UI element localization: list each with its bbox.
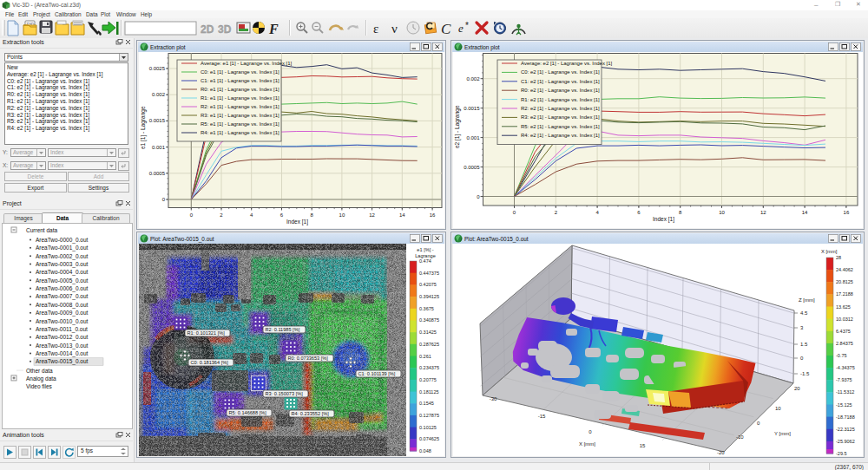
- svg-text:R4: e1 [1] - Lagrange vs. Inde: R4: e1 [1] - Lagrange vs. Index [1]: [201, 130, 279, 135]
- svg-text:R4: e2 [1] - Lagrange vs. Inde: R4: e2 [1] - Lagrange vs. Index [1]: [521, 133, 600, 138]
- svg-text:C0: e1 [1] - Lagrange vs. Inde: C0: e1 [1] - Lagrange vs. Index [1]: [201, 69, 279, 75]
- svg-text:AreaTwo-0015_0.out: AreaTwo-0015_0.out: [36, 358, 89, 365]
- svg-text:0.0015: 0.0015: [464, 106, 480, 111]
- svg-text:0.002: 0.002: [152, 92, 166, 97]
- svg-text:10.0312: 10.0312: [836, 317, 853, 322]
- svg-text:ν: ν: [391, 22, 398, 36]
- svg-text:16: 16: [430, 212, 436, 218]
- svg-text:0.074625: 0.074625: [419, 436, 439, 441]
- svg-text:0.181125: 0.181125: [419, 389, 439, 395]
- svg-text:AreaTwo-0006_0.out: AreaTwo-0006_0.out: [36, 285, 89, 292]
- svg-text:0.340875: 0.340875: [419, 317, 439, 323]
- svg-text:12: 12: [760, 210, 766, 215]
- svg-text:13.625: 13.625: [836, 304, 851, 310]
- svg-text:0.10125: 0.10125: [419, 425, 437, 430]
- svg-text:R1: e2 [1] - Lagrange vs. Inde: R1: e2 [1] - Lagrange vs. Index [1]: [521, 97, 600, 102]
- svg-text:C1: 0.101139 [%]: C1: 0.101139 [%]: [358, 371, 396, 376]
- svg-text:6.4375: 6.4375: [836, 329, 851, 334]
- svg-text:AreaTwo-0010_0.out: AreaTwo-0010_0.out: [36, 318, 89, 325]
- svg-text:Analog data: Analog data: [26, 375, 56, 382]
- svg-text:R1: 0.101321 [%]: R1: 0.101321 [%]: [187, 330, 226, 336]
- svg-text:20.8125: 20.8125: [836, 279, 853, 284]
- svg-text:10: 10: [719, 210, 725, 215]
- svg-text:0.0005: 0.0005: [149, 171, 166, 176]
- svg-text:Index [1]: Index [1]: [286, 219, 308, 225]
- svg-text:0.3675: 0.3675: [419, 306, 434, 311]
- svg-text:-29.5: -29.5: [836, 451, 847, 456]
- svg-text:C0: 0.181364 [%]: C0: 0.181364 [%]: [191, 360, 229, 365]
- svg-text:e2 [1] - Lagrange: e2 [1] - Lagrange: [454, 105, 461, 148]
- svg-text:C1: e1 [1] - Lagrange vs. Inde: C1: e1 [1] - Lagrange vs. Index [1]: [201, 78, 279, 83]
- svg-text:0.42075: 0.42075: [419, 282, 437, 287]
- svg-text:X [mm]: X [mm]: [821, 249, 838, 254]
- svg-text:0.001: 0.001: [466, 135, 480, 140]
- svg-text:-15.125: -15.125: [836, 402, 852, 408]
- svg-text:R4: 0.233552 [%]: R4: 0.233552 [%]: [292, 411, 330, 416]
- svg-text:AreaTwo-0001_0.out: AreaTwo-0001_0.out: [36, 245, 89, 251]
- svg-text:R3: e1 [1] - Lagrange vs. Inde: R3: e1 [1] - Lagrange vs. Index [1]: [201, 113, 279, 118]
- svg-text:24.4062: 24.4062: [836, 267, 853, 272]
- svg-text:-1.5: -1.5: [800, 371, 810, 376]
- svg-text:C1: e2 [1] - Lagrange vs. Inde: C1: e2 [1] - Lagrange vs. Index [1]: [521, 79, 600, 84]
- svg-text:Index [1]: Index [1]: [653, 216, 674, 223]
- svg-text:AreaTwo-0000_0.out: AreaTwo-0000_0.out: [36, 237, 89, 244]
- svg-text:Other data: Other data: [26, 368, 53, 374]
- svg-text:AreaTwo-0008_0.out: AreaTwo-0008_0.out: [36, 302, 89, 309]
- svg-text:14: 14: [399, 212, 405, 218]
- svg-text:10: 10: [775, 406, 781, 411]
- svg-text:-0.75: -0.75: [836, 353, 847, 358]
- svg-text:14: 14: [802, 210, 808, 215]
- svg-text:e1 [%] -: e1 [%] -: [417, 247, 433, 252]
- svg-text:-15: -15: [538, 414, 546, 419]
- svg-text:AreaTwo-0007_0.out: AreaTwo-0007_0.out: [36, 293, 89, 300]
- svg-text:C: C: [441, 21, 451, 37]
- svg-text:2D: 2D: [201, 23, 214, 36]
- svg-text:-4.34375: -4.34375: [836, 365, 855, 370]
- svg-text:-18.7188: -18.7188: [836, 415, 855, 420]
- svg-text:0.447375: 0.447375: [419, 271, 439, 276]
- svg-text:AreaTwo-0013_0.out: AreaTwo-0013_0.out: [36, 343, 89, 349]
- svg-text:-30: -30: [490, 396, 497, 401]
- svg-text:AreaTwo-0005_0.out: AreaTwo-0005_0.out: [36, 277, 89, 284]
- svg-text:AreaTwo-0004_0.out: AreaTwo-0004_0.out: [36, 269, 89, 276]
- svg-text:12: 12: [369, 212, 375, 218]
- svg-text:AreaTwo-0009_0.out: AreaTwo-0009_0.out: [36, 310, 89, 317]
- svg-text:10: 10: [339, 212, 345, 218]
- svg-text:R5: e1 [1] - Lagrange vs. Inde: R5: e1 [1] - Lagrange vs. Index [1]: [201, 121, 279, 127]
- svg-text:R5: e2 [1] - Lagrange vs. Inde: R5: e2 [1] - Lagrange vs. Index [1]: [521, 124, 600, 129]
- svg-text:R0: e1 [1] - Lagrange vs. Inde: R0: e1 [1] - Lagrange vs. Index [1]: [201, 87, 279, 92]
- svg-text:0.31425: 0.31425: [419, 330, 437, 335]
- svg-text:R2: e1 [1] - Lagrange vs. Inde: R2: e1 [1] - Lagrange vs. Index [1]: [201, 104, 279, 109]
- svg-text:-25.9062: -25.9062: [836, 439, 855, 444]
- svg-text:X [mm]: X [mm]: [579, 441, 595, 447]
- svg-text:Current data: Current data: [26, 227, 58, 233]
- svg-text:-22.3125: -22.3125: [836, 427, 855, 432]
- svg-text:0.20775: 0.20775: [419, 377, 437, 382]
- svg-text:-20: -20: [717, 450, 725, 455]
- svg-text:2.84375: 2.84375: [836, 341, 853, 346]
- svg-text:15: 15: [640, 443, 646, 448]
- svg-text:0.0015: 0.0015: [149, 118, 166, 123]
- svg-text:20: 20: [794, 386, 800, 391]
- svg-text:0.0025: 0.0025: [149, 66, 166, 71]
- svg-text:F: F: [268, 22, 279, 36]
- svg-text:0.002: 0.002: [466, 76, 480, 82]
- svg-text:AreaTwo-0014_0.out: AreaTwo-0014_0.out: [36, 350, 89, 357]
- svg-text:Video files: Video files: [26, 383, 53, 389]
- svg-text:Y [mm]: Y [mm]: [774, 431, 791, 436]
- svg-text:0.048: 0.048: [419, 448, 431, 454]
- svg-text:R1: e1 [1] - Lagrange vs. Inde: R1: e1 [1] - Lagrange vs. Index [1]: [201, 95, 279, 101]
- svg-text:0.001: 0.001: [152, 145, 166, 150]
- svg-text:Average: e2 [1] - Lagrange vs.: Average: e2 [1] - Lagrange vs. Index [1]: [521, 61, 613, 66]
- svg-text:AreaTwo-0002_0.out: AreaTwo-0002_0.out: [36, 253, 89, 260]
- svg-text:e1 [1] - Lagrange: e1 [1] - Lagrange: [140, 106, 147, 149]
- svg-text:3D: 3D: [218, 23, 232, 36]
- svg-text:0.394125: 0.394125: [419, 294, 439, 299]
- svg-text:AreaTwo-0012_0.out: AreaTwo-0012_0.out: [36, 334, 89, 341]
- svg-text:AreaTwo-0011_0.out: AreaTwo-0011_0.out: [36, 326, 88, 333]
- svg-text:-11.5312: -11.5312: [836, 389, 854, 395]
- svg-text:0.474: 0.474: [419, 258, 431, 264]
- svg-text:R3: 0.150073 [%]: R3: 0.150073 [%]: [266, 391, 304, 396]
- svg-text:0.0005: 0.0005: [464, 165, 480, 170]
- svg-text:R3: e2 [1] - Lagrange vs. Inde: R3: e2 [1] - Lagrange vs. Index [1]: [521, 114, 600, 120]
